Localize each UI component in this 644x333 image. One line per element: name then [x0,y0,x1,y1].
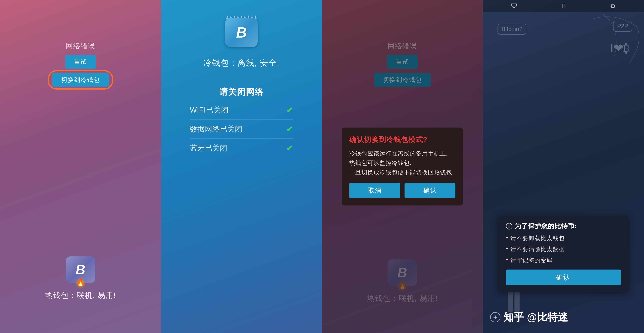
error-title-1: 网络错误 [66,41,95,51]
deco-lines [585,12,644,71]
shield-icon: 🛡 [511,2,518,10]
brand-label: 知乎 @比特迷 [504,310,568,324]
brand-section: + 知乎 @比特迷 [490,310,568,324]
bluetooth-label: 蓝牙已关闭 [190,143,228,153]
protect-item-3: 请牢记您的密码 [506,256,621,264]
panel-3: 网络错误 重试 切换到冷钱包 B 🔥 热钱包：联机, 易用! 确认切换到冷钱包模… [322,0,483,333]
cancel-button[interactable]: 取消 [349,183,400,198]
hot-wallet-icon-bg: B 🔥 [66,256,95,283]
cold-wallet-icon-bg: B [225,18,258,47]
add-icon[interactable]: + [490,312,500,323]
panel-1: 网络错误 重试 切换到冷钱包 B 🔥 热钱包：联机, 易用! [0,0,161,333]
flame-icon: 🔥 [76,278,85,287]
hot-wallet-label-1: 热钱包：联机, 易用! [45,290,116,301]
info-icon: i [506,223,512,230]
confirm-dialog: 确认切换到冷钱包模式? 冷钱包应该运行在离线的备用手机上. 热钱包可以监控冷钱包… [342,128,463,205]
hot-wallet-icon-1: B 🔥 [66,256,95,286]
top-bar: 🛡 ₿ ⚙ [483,0,644,12]
wifi-checkmark: ✔ [286,105,293,115]
data-label: 数据网络已关闭 [190,124,242,134]
gear-icon: ⚙ [610,2,616,10]
confirm-button[interactable]: 确认 [404,183,455,198]
error-section-1: 网络错误 重试 切换到冷钱包 [52,41,109,87]
protect-dialog: i 为了保护您的比特币: 请不要卸载比太钱包 请不要清除比太数据 请牢记您的密码… [498,215,628,292]
dialog-title: 确认切换到冷钱包模式? [349,135,455,144]
dialog-body: 冷钱包应该运行在离线的备用手机上. 热钱包可以监控冷钱包. 一旦切换成冷钱包便不… [349,149,455,177]
switch-btn-wrapper: 切换到冷钱包 [52,73,109,87]
bitcoin-bubble: Bitcoin? [498,23,526,35]
network-section: 请关闭网络 WIFI已关闭 ✔ 数据网络已关闭 ✔ 蓝牙已关闭 ✔ [161,80,322,154]
cold-wallet-icon: B [225,18,258,50]
network-close-title: 请关闭网络 [219,86,264,98]
wifi-label: WIFI已关闭 [190,105,228,115]
btc-letter-cold: B [236,24,247,41]
protect-confirm-button[interactable]: 确认 [506,270,621,285]
dialog-overlay: 确认切换到冷钱包模式? 冷钱包应该运行在离线的备用手机上. 热钱包可以监控冷钱包… [322,0,483,333]
protect-title: i 为了保护您的比特币: [506,222,621,231]
panel-4: 🛡 ₿ ⚙ Bitcoin? P2P I❤₿ [483,0,644,333]
dialog-buttons: 取消 确认 [349,183,455,198]
bitcoin-icon: ₿ [562,2,566,10]
network-item-data: 数据网络已关闭 ✔ [190,123,293,135]
panel-2: B 冷钱包：离线, 安全! 请关闭网络 WIFI已关闭 ✔ 数据网络已关闭 ✔ … [161,0,322,333]
retry-button-1[interactable]: 重试 [65,55,96,69]
data-checkmark: ✔ [286,124,293,134]
btc-letter-1: B [76,262,85,277]
protect-item-2: 请不要清除比太数据 [506,245,621,253]
protect-list: 请不要卸载比太钱包 请不要清除比太数据 请牢记您的密码 [506,234,621,264]
protect-title-text: 为了保护您的比特币: [514,222,577,231]
network-item-bluetooth: 蓝牙已关闭 ✔ [190,142,293,154]
bluetooth-checkmark: ✔ [286,143,293,153]
switch-to-cold-wallet-button-1[interactable]: 切换到冷钱包 [52,73,109,87]
protect-item-1: 请不要卸载比太钱包 [506,234,621,242]
cold-wallet-label: 冷钱包：离线, 安全! [203,57,280,69]
bitcoin-bubble-text: Bitcoin? [502,26,522,32]
hot-wallet-section-1: B 🔥 热钱包：联机, 易用! [45,256,116,301]
network-item-wifi: WIFI已关闭 ✔ [190,104,293,116]
